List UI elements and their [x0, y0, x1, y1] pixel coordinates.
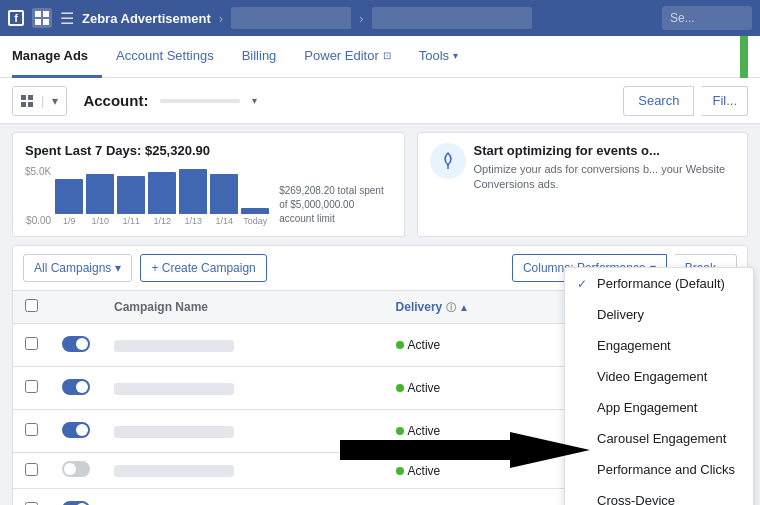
campaign-toggle-0[interactable] — [62, 336, 90, 352]
facebook-logo[interactable]: f — [8, 10, 24, 26]
chart-y-axis: $5.0K $0.00 — [25, 166, 51, 226]
dropdown-item-6[interactable]: Performance and Clicks — [565, 454, 753, 485]
breadcrumb-arrow: › — [219, 11, 223, 26]
campaign-name-blur-2 — [114, 426, 234, 438]
campaign-toggle-2[interactable] — [62, 422, 90, 438]
grid-view-button[interactable] — [13, 86, 41, 116]
optimize-text: Start optimizing for events o... Optimiz… — [474, 143, 735, 193]
col-toggle-header — [50, 291, 102, 324]
breadcrumb-arrow2: › — [359, 11, 363, 26]
nav-billing[interactable]: Billing — [228, 36, 291, 78]
status-indicator — [740, 36, 748, 78]
account-dropdown-icon[interactable]: ▾ — [252, 95, 257, 106]
bar-1/9: 1/9 — [55, 179, 83, 226]
bar-value — [148, 172, 176, 214]
row-delivery-3: Active — [384, 453, 574, 489]
optimize-icon — [430, 143, 466, 179]
bar-value — [241, 208, 269, 214]
row-toggle-3[interactable] — [50, 453, 102, 489]
bar-chart: 1/9 1/10 1/11 1/12 1/13 — [55, 171, 269, 226]
dropdown-arrow-icon: ▾ — [115, 261, 121, 275]
bar-1/12: 1/12 — [148, 172, 176, 226]
account-label: Account: — [83, 92, 148, 109]
search-icon: Se... — [670, 11, 695, 25]
status-dot-3 — [396, 467, 404, 475]
app-icon — [32, 8, 52, 28]
svg-rect-5 — [28, 95, 33, 100]
col-campaign-name-header: Campaign Name — [102, 291, 384, 324]
dropdown-item-7[interactable]: Cross-Device — [565, 485, 753, 505]
dropdown-label-2: Engagement — [597, 338, 671, 353]
optimize-body: Optimize your ads for conversions b... y… — [474, 162, 735, 193]
chart-container: $5.0K $0.00 1/9 1/10 1/11 1/12 — [25, 166, 392, 226]
account-value — [160, 99, 240, 103]
hamburger-icon[interactable]: ☰ — [60, 9, 74, 28]
dropdown-toggle-button[interactable]: ▾ — [44, 86, 66, 116]
svg-rect-6 — [21, 102, 26, 107]
dropdown-item-1[interactable]: Delivery — [565, 299, 753, 330]
row-name-1 — [102, 367, 384, 410]
nav-account-settings[interactable]: Account Settings — [102, 36, 228, 78]
bar-1/10: 1/10 — [86, 174, 114, 226]
bar-value — [86, 174, 114, 214]
row-delivery-4: Active — [384, 489, 574, 506]
nav-manage-ads[interactable]: Manage Ads — [12, 36, 102, 78]
dropdown-item-4[interactable]: App Engagement — [565, 392, 753, 423]
view-toggle[interactable]: | ▾ — [12, 86, 67, 116]
row-checkbox-3[interactable] — [13, 453, 50, 489]
row-toggle-4[interactable] — [50, 489, 102, 506]
account-toolbar: | ▾ Account: ▾ Search Fil... — [0, 78, 760, 124]
optimize-card: Start optimizing for events o... Optimiz… — [417, 132, 748, 237]
tools-dropdown-icon: ▾ — [453, 50, 458, 61]
select-all-checkbox[interactable] — [25, 299, 38, 312]
check-icon-0: ✓ — [577, 277, 591, 291]
create-campaign-button[interactable]: + Create Campaign — [140, 254, 266, 282]
bar-today: Today — [241, 208, 269, 226]
search-bar-top[interactable]: Se... — [662, 6, 752, 30]
dropdown-item-3[interactable]: Video Engagement — [565, 361, 753, 392]
filter-button[interactable]: Fil... — [702, 86, 748, 116]
bar-value — [179, 169, 207, 214]
dropdown-item-5[interactable]: Carousel Engagement — [565, 423, 753, 454]
campaign-toggle-4[interactable] — [62, 501, 90, 506]
bar-value — [210, 174, 238, 214]
stats-section: Spent Last 7 Days: $25,320.90 $5.0K $0.0… — [12, 132, 748, 237]
nav-power-editor[interactable]: Power Editor ⊡ — [290, 36, 404, 78]
all-campaigns-button[interactable]: All Campaigns ▾ — [23, 254, 132, 282]
dropdown-item-0[interactable]: ✓ Performance (Default) — [565, 268, 753, 299]
nav-tools[interactable]: Tools ▾ — [405, 36, 472, 78]
row-checkbox-4[interactable] — [13, 489, 50, 506]
svg-rect-1 — [43, 11, 49, 17]
row-delivery-1: Active — [384, 367, 574, 410]
bar-1/14: 1/14 — [210, 174, 238, 226]
row-toggle-1[interactable] — [50, 367, 102, 410]
row-name-2 — [102, 410, 384, 453]
status-dot-1 — [396, 384, 404, 392]
campaign-toggle-1[interactable] — [62, 379, 90, 395]
status-dot-2 — [396, 427, 404, 435]
row-toggle-0[interactable] — [50, 324, 102, 367]
bar-value — [55, 179, 83, 214]
dropdown-item-2[interactable]: Engagement — [565, 330, 753, 361]
dropdown-label-6: Performance and Clicks — [597, 462, 735, 477]
search-button[interactable]: Search — [623, 86, 694, 116]
row-name-4 — [102, 489, 384, 506]
dropdown-label-0: Performance (Default) — [597, 276, 725, 291]
dropdown-label-4: App Engagement — [597, 400, 697, 415]
columns-dropdown: ✓ Performance (Default) Delivery Engagem… — [564, 267, 754, 505]
top-navigation-bar: f ☰ Zebra Advertisement › › Se... — [0, 0, 760, 36]
row-name-0 — [102, 324, 384, 367]
campaign-toggle-3[interactable] — [62, 461, 90, 477]
row-checkbox-0[interactable] — [13, 324, 50, 367]
row-name-3 — [102, 453, 384, 489]
account-name: Zebra Advertisement — [82, 11, 211, 26]
svg-rect-0 — [35, 11, 41, 17]
row-delivery-2: Active — [384, 410, 574, 453]
col-delivery-header: Delivery ⓘ ▲ — [384, 291, 574, 324]
row-toggle-2[interactable] — [50, 410, 102, 453]
power-editor-icon: ⊡ — [383, 50, 391, 61]
campaign-name-blur-0 — [114, 340, 234, 352]
row-checkbox-2[interactable] — [13, 410, 50, 453]
chart-note: $269,208.20 total spent of $5,000,000.00… — [279, 184, 389, 226]
row-checkbox-1[interactable] — [13, 367, 50, 410]
